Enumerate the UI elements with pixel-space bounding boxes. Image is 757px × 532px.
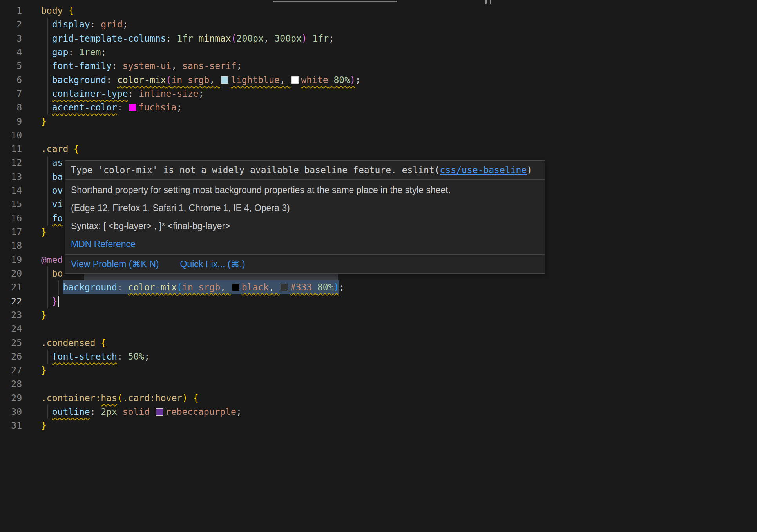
indent-guide — [47, 267, 48, 280]
code-text[interactable]: body { — [22, 5, 74, 16]
code-text[interactable] — [22, 379, 41, 389]
view-problem-action[interactable]: View Problem (⌘K N) — [71, 259, 159, 270]
code-text[interactable]: as — [22, 157, 63, 168]
code-line-22[interactable]: 22 } — [0, 295, 757, 308]
code-line-3[interactable]: 3 grid-template-columns: 1fr minmax(200p… — [0, 32, 757, 45]
code-line-8[interactable]: 8 accent-color: fuchsia; — [0, 101, 757, 114]
code-line-29[interactable]: 29.container:has(.card:hover) { — [0, 391, 757, 405]
code-text[interactable]: fo — [22, 213, 63, 223]
code-text[interactable] — [22, 324, 41, 334]
line-number[interactable]: 1 — [0, 4, 22, 18]
code-text[interactable]: @med — [22, 255, 63, 265]
color-swatch[interactable] — [221, 76, 228, 84]
code-line-31[interactable]: 31} — [0, 419, 757, 432]
code-text[interactable] — [22, 241, 41, 251]
line-number[interactable]: 22 — [0, 295, 22, 308]
code-text[interactable]: } — [22, 296, 59, 306]
line-number[interactable]: 23 — [0, 308, 22, 322]
line-number[interactable]: 16 — [0, 212, 22, 225]
line-number[interactable]: 11 — [0, 142, 22, 156]
code-text[interactable]: } — [22, 365, 47, 375]
code-text[interactable]: grid-template-columns: 1fr minmax(200px,… — [22, 33, 334, 43]
line-number[interactable]: 17 — [0, 225, 22, 239]
code-text[interactable]: vi — [22, 199, 63, 209]
line-number[interactable]: 30 — [0, 405, 22, 419]
code-line-28[interactable]: 28 — [0, 377, 757, 391]
code-line-2[interactable]: 2 display: grid; — [0, 18, 757, 31]
code-text[interactable]: display: grid; — [22, 19, 128, 29]
line-number[interactable]: 3 — [0, 32, 22, 45]
code-text[interactable]: container-type: inline-size; — [22, 89, 204, 99]
line-number[interactable]: 20 — [0, 267, 22, 280]
code-text[interactable]: background: color-mix(in srgb, lightblue… — [22, 75, 361, 85]
code-text[interactable]: } — [22, 116, 47, 127]
eslint-rule-link[interactable]: css/use-baseline — [440, 165, 527, 175]
line-number[interactable]: 21 — [0, 280, 22, 294]
code-line-7[interactable]: 7 container-type: inline-size; — [0, 87, 757, 101]
warning-squiggle: container-type — [52, 89, 128, 99]
code-text[interactable]: font-family: system-ui, sans-serif; — [22, 61, 242, 71]
line-number[interactable]: 27 — [0, 364, 22, 377]
line-number[interactable]: 6 — [0, 73, 22, 87]
line-number[interactable]: 28 — [0, 377, 22, 391]
code-line-6[interactable]: 6 background: color-mix(in srgb, lightbl… — [0, 73, 757, 87]
code-text[interactable]: outline: 2px solid rebeccapurple; — [22, 407, 242, 417]
quick-fix-action[interactable]: Quick Fix... (⌘.) — [180, 259, 245, 270]
color-swatch[interactable] — [129, 104, 136, 111]
indent-guide — [47, 45, 48, 59]
code-line-21[interactable]: 21 background: color-mix(in srgb, black,… — [0, 280, 757, 294]
code-text[interactable] — [22, 130, 41, 140]
line-number[interactable]: 4 — [0, 45, 22, 59]
line-number[interactable]: 14 — [0, 184, 22, 197]
line-number[interactable]: 9 — [0, 115, 22, 128]
code-line-4[interactable]: 4 gap: 1rem; — [0, 45, 757, 59]
line-number[interactable]: 19 — [0, 253, 22, 267]
color-swatch[interactable] — [232, 284, 239, 291]
line-number[interactable]: 24 — [0, 322, 22, 336]
code-line-9[interactable]: 9} — [0, 115, 757, 128]
code-line-10[interactable]: 10 — [0, 128, 757, 142]
line-number[interactable]: 5 — [0, 59, 22, 73]
line-number[interactable]: 7 — [0, 87, 22, 101]
code-line-11[interactable]: 11.card { — [0, 142, 757, 156]
color-swatch[interactable] — [156, 408, 163, 416]
code-text[interactable]: ov — [22, 185, 63, 195]
line-number[interactable]: 26 — [0, 350, 22, 364]
code-text[interactable]: .container:has(.card:hover) { — [22, 393, 199, 403]
code-text[interactable]: font-stretch: 50%; — [22, 351, 150, 362]
line-number[interactable]: 18 — [0, 239, 22, 253]
indent-guide — [47, 212, 48, 225]
line-number[interactable]: 25 — [0, 336, 22, 350]
code-line-1[interactable]: 1body { — [0, 4, 757, 18]
code-text[interactable]: bo — [22, 268, 63, 279]
code-line-5[interactable]: 5 font-family: system-ui, sans-serif; — [0, 59, 757, 73]
code-text[interactable]: ba — [22, 172, 63, 182]
code-line-23[interactable]: 23} — [0, 308, 757, 322]
line-number[interactable]: 10 — [0, 128, 22, 142]
code-line-24[interactable]: 24 — [0, 322, 757, 336]
code-text[interactable]: } — [22, 310, 47, 320]
code-text[interactable]: } — [22, 227, 47, 237]
color-swatch[interactable] — [281, 284, 288, 291]
mdn-reference-link[interactable]: MDN Reference — [71, 239, 539, 250]
line-number[interactable]: 13 — [0, 170, 22, 184]
line-number[interactable]: 2 — [0, 18, 22, 31]
code-text[interactable]: gap: 1rem; — [22, 47, 106, 57]
line-number[interactable]: 15 — [0, 197, 22, 211]
line-number[interactable]: 12 — [0, 156, 22, 170]
line-number[interactable]: 8 — [0, 101, 22, 114]
code-text[interactable]: accent-color: fuchsia; — [22, 102, 182, 112]
code-text[interactable]: } — [22, 420, 47, 431]
code-line-30[interactable]: 30 outline: 2px solid rebeccapurple; — [0, 405, 757, 419]
code-line-27[interactable]: 27} — [0, 364, 757, 377]
line-number[interactable]: 31 — [0, 419, 22, 432]
code-text[interactable]: .card { — [22, 144, 79, 154]
line-number[interactable]: 29 — [0, 391, 22, 405]
code-line-25[interactable]: 25.condensed { — [0, 336, 757, 350]
indent-guide — [47, 405, 48, 419]
indent-guide — [47, 184, 48, 197]
code-text[interactable]: background: color-mix(in srgb, black, #3… — [22, 282, 344, 292]
code-text[interactable]: .condensed { — [22, 338, 106, 348]
color-swatch[interactable] — [291, 76, 299, 84]
code-line-26[interactable]: 26 font-stretch: 50%; — [0, 350, 757, 364]
